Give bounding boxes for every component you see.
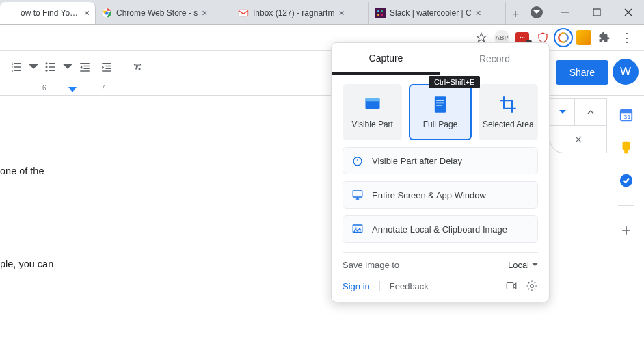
popup-divider (343, 252, 538, 253)
svg-rect-24 (80, 63, 90, 64)
chrome-icon (101, 8, 112, 18)
close-icon[interactable]: × (476, 8, 481, 18)
tasks-icon[interactable] (618, 172, 634, 189)
extension-nimbus-icon[interactable] (555, 29, 572, 46)
increase-indent-button[interactable] (97, 57, 116, 77)
save-destination-select[interactable]: Local (508, 260, 538, 270)
page-icon (431, 95, 450, 114)
svg-point-45 (355, 227, 357, 228)
browser-tab[interactable]: Inbox (127) - ragnartm × (232, 2, 369, 24)
image-icon (351, 223, 364, 235)
browser-tab[interactable]: ow to Find Your Curre × (0, 2, 96, 24)
svg-point-20 (46, 66, 48, 68)
monitor-icon (351, 189, 364, 201)
slack-icon (375, 8, 386, 18)
keep-icon[interactable] (618, 140, 634, 156)
svg-rect-33 (621, 110, 632, 114)
svg-point-18 (46, 62, 48, 64)
browser-tab[interactable]: Slack | watercooler | C × (369, 2, 506, 24)
side-panel-divider (618, 205, 634, 206)
tab-record[interactable]: Record (440, 43, 549, 75)
close-icon[interactable]: × (84, 8, 90, 18)
svg-rect-28 (102, 63, 111, 64)
video-icon[interactable] (505, 280, 518, 292)
capture-visible-delay[interactable]: Visible Part after Delay (343, 147, 538, 174)
svg-rect-46 (507, 283, 513, 289)
tab-title: Slack | watercooler | C (390, 8, 472, 18)
capture-selected-area[interactable]: Selected Area (479, 84, 538, 140)
globe-icon (5, 8, 16, 18)
browser-tabstrip: ow to Find Your Curre × Chrome Web Store… (0, 0, 644, 25)
capture-full-page[interactable]: Full Page (409, 84, 471, 140)
add-addon-button[interactable] (618, 222, 634, 239)
decrease-indent-button[interactable] (75, 57, 94, 77)
svg-rect-30 (106, 68, 111, 70)
svg-point-4 (377, 10, 379, 12)
svg-point-47 (531, 285, 534, 288)
editing-mode-dropdown[interactable] (550, 98, 574, 126)
extension-other-icon[interactable] (576, 29, 592, 46)
bulleted-list-button[interactable] (41, 57, 60, 77)
hide-menus-button[interactable] (574, 98, 607, 126)
browser-window-icon (363, 95, 382, 114)
maximize-button[interactable] (581, 2, 613, 23)
document-text: ple, you can (0, 259, 144, 269)
document-body[interactable]: one of the ple, you can (0, 97, 144, 357)
svg-rect-40 (436, 103, 444, 104)
sign-in-link[interactable]: Sign in (343, 281, 370, 291)
new-tab-button[interactable]: + (506, 5, 525, 24)
settings-icon[interactable] (526, 280, 538, 292)
toolbar-divider (122, 60, 122, 75)
capture-entire-screen[interactable]: Entire Screen & App Window (343, 181, 538, 209)
svg-rect-31 (102, 70, 111, 72)
svg-rect-21 (49, 66, 55, 68)
svg-rect-41 (436, 105, 442, 106)
tab-title: Inbox (127) - ragnartm (253, 8, 334, 18)
chevron-down-icon[interactable] (29, 57, 38, 77)
close-window-button[interactable] (613, 2, 644, 23)
extension-popup: Capture Record Ctrl+Shift+E Visible Part… (331, 42, 550, 302)
tab-search-icon[interactable] (531, 6, 543, 18)
close-icon[interactable]: × (338, 8, 344, 18)
svg-rect-25 (84, 66, 90, 67)
share-button[interactable]: Share (556, 60, 608, 85)
svg-rect-19 (49, 63, 55, 64)
minimize-button[interactable] (550, 2, 581, 23)
extensions-puzzle-icon[interactable] (596, 29, 613, 46)
svg-point-11 (559, 33, 568, 42)
clear-formatting-button[interactable] (128, 57, 147, 77)
close-side-panel-button[interactable] (550, 126, 607, 153)
tab-capture[interactable]: Capture (332, 43, 440, 75)
account-avatar[interactable]: W (613, 59, 639, 85)
svg-point-7 (381, 14, 383, 16)
chevron-down-icon (532, 263, 538, 267)
side-panel: 31 (608, 89, 644, 239)
svg-rect-29 (106, 66, 111, 67)
timer-icon (351, 155, 364, 167)
browser-tab[interactable]: Chrome Web Store - s × (96, 2, 232, 24)
numbered-list-button[interactable]: 123 (7, 57, 26, 77)
tab-title: Chrome Web Store - s (116, 8, 198, 18)
svg-rect-15 (14, 66, 21, 68)
svg-rect-27 (80, 70, 90, 72)
svg-point-5 (381, 10, 383, 12)
svg-rect-23 (49, 70, 55, 72)
calendar-icon[interactable]: 31 (618, 107, 634, 123)
save-image-label: Save image to (343, 260, 399, 270)
chrome-menu-button[interactable]: ⋮ (617, 30, 637, 45)
indent-marker-icon[interactable] (68, 87, 77, 92)
crop-icon (498, 95, 518, 114)
svg-rect-17 (14, 70, 21, 72)
chevron-down-icon[interactable] (63, 57, 72, 77)
ruler-mark: 7 (101, 84, 105, 92)
svg-rect-39 (436, 100, 444, 101)
svg-point-22 (46, 70, 48, 72)
capture-visible-part[interactable]: Visible Part (343, 84, 402, 140)
svg-rect-43 (353, 191, 362, 197)
annotate-local-image[interactable]: Annotate Local & Clipboard Image (343, 215, 538, 243)
tab-title: ow to Find Your Curre (21, 8, 80, 18)
close-icon[interactable]: × (202, 8, 207, 18)
feedback-link[interactable]: Feedback (379, 281, 429, 291)
svg-text:31: 31 (623, 114, 630, 120)
svg-rect-2 (239, 10, 247, 16)
